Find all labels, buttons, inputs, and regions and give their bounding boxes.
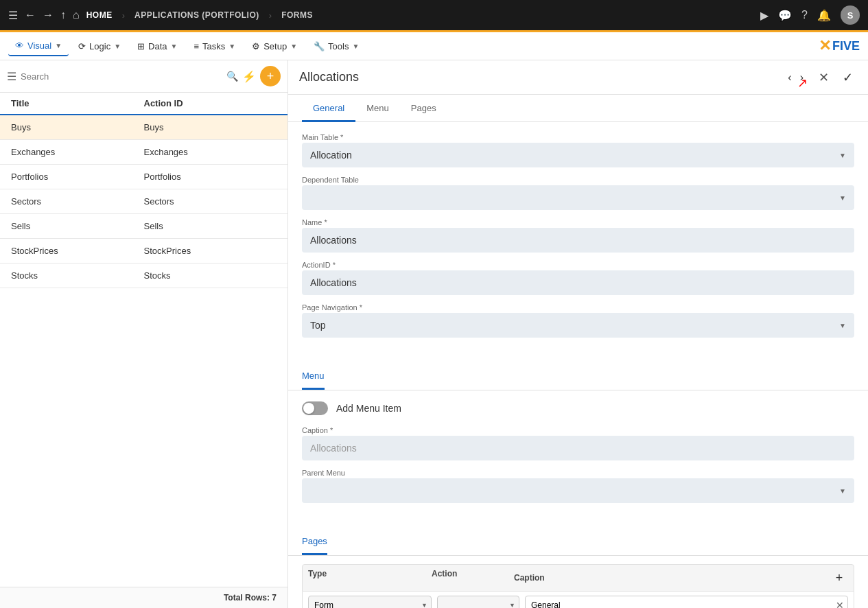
nav-data-label: Data xyxy=(148,41,167,51)
add-menu-toggle[interactable] xyxy=(302,401,328,415)
col-action: Action xyxy=(432,569,514,587)
table-header: Title Action ID xyxy=(0,93,288,115)
action-select[interactable] xyxy=(437,596,519,608)
row-title: Sells xyxy=(11,221,144,231)
chat-icon[interactable]: 💬 xyxy=(778,9,792,22)
bell-icon[interactable]: 🔔 xyxy=(817,9,831,22)
table-row[interactable]: Sectors Sectors xyxy=(0,189,288,214)
top-navbar: ☰ ← → ↑ ⌂ HOME › APPLICATIONS (PORTFOLIO… xyxy=(0,0,868,30)
play-icon[interactable]: ▶ xyxy=(760,9,769,22)
home-label[interactable]: HOME xyxy=(86,10,113,20)
nav-arrows: ‹ › ↗ xyxy=(785,69,806,86)
tasks-caret: ▼ xyxy=(228,43,235,50)
tab-menu[interactable]: Menu xyxy=(355,95,400,122)
dependent-table-select-wrapper xyxy=(302,185,854,210)
general-section: Main Table * Allocation Dependent Table xyxy=(288,122,868,357)
prev-button[interactable]: ‹ xyxy=(785,69,794,86)
parent-menu-label: Parent Menu xyxy=(302,469,854,477)
parent-menu-select-wrapper xyxy=(302,478,854,503)
help-icon[interactable]: ? xyxy=(801,9,808,21)
name-input[interactable] xyxy=(302,228,854,253)
action-id-input[interactable] xyxy=(302,270,854,295)
row-title: Sectors xyxy=(11,196,144,207)
table-footer: Total Rows: 7 xyxy=(0,587,288,608)
caption-clear-icon[interactable]: ✕ xyxy=(836,600,844,608)
dependent-table-field: Dependent Table xyxy=(302,176,854,210)
action-id-field: ActionID * xyxy=(302,261,854,295)
row-title: Stocks xyxy=(11,270,144,281)
nav-item-tasks[interactable]: ≡ Tasks ▼ xyxy=(187,37,242,56)
page-nav-field: Page Navigation * Top Bottom xyxy=(302,303,854,338)
back-icon[interactable]: ← xyxy=(25,9,36,21)
hamburger-icon[interactable]: ☰ xyxy=(8,9,18,22)
main-table-select[interactable]: Allocation xyxy=(302,143,854,167)
search-input[interactable] xyxy=(21,71,222,82)
forms-label[interactable]: FORMS xyxy=(281,10,313,20)
menu-tab-item[interactable]: Menu xyxy=(302,365,325,390)
logic-icon: ⟳ xyxy=(78,41,86,51)
confirm-button[interactable]: ✓ xyxy=(838,67,857,88)
table-row[interactable]: Sells Sells xyxy=(0,214,288,239)
toggle-knob xyxy=(303,403,314,414)
nav-item-tools[interactable]: 🔧 Tools ▼ xyxy=(307,37,366,56)
tab-general[interactable]: General xyxy=(302,95,355,122)
row-title: Buys xyxy=(11,122,144,132)
caption-input-wrapper: ✕ xyxy=(525,596,848,608)
top-nav-right: ▶ 💬 ? 🔔 S xyxy=(760,5,860,25)
nav-tasks-label: Tasks xyxy=(202,41,225,51)
search-icon[interactable]: 🔍 xyxy=(226,71,238,82)
pages-section-tab: Pages xyxy=(288,522,868,556)
col-action-id: Action ID xyxy=(144,98,277,108)
lightning-icon[interactable]: ⚡ xyxy=(242,70,256,83)
nav-item-data[interactable]: ⊞ Data ▼ xyxy=(130,37,184,56)
table-row[interactable]: Buys Buys xyxy=(0,115,288,140)
table-row[interactable]: Stocks Stocks xyxy=(0,264,288,288)
nav-visual-label: Visual xyxy=(27,40,51,51)
caption-field: Caption * xyxy=(302,426,854,460)
row-action-id: Sectors xyxy=(144,196,277,207)
tab-pages[interactable]: Pages xyxy=(400,95,447,122)
setup-icon: ⚙ xyxy=(252,41,260,51)
nav-item-logic[interactable]: ⟳ Logic ▼ xyxy=(71,37,128,56)
home-icon[interactable]: ⌂ xyxy=(73,9,80,21)
app-label[interactable]: APPLICATIONS (PORTFOLIO) xyxy=(134,10,259,20)
row-action-id: Buys xyxy=(144,122,277,132)
left-panel: ☰ 🔍 ⚡ + Title Action ID Buys Buys Exchan… xyxy=(0,60,288,608)
tasks-icon: ≡ xyxy=(193,41,199,51)
caption-input[interactable] xyxy=(302,436,854,460)
pages-tab-item[interactable]: Pages xyxy=(302,530,327,555)
nav-item-visual[interactable]: 👁 Visual ▼ xyxy=(8,36,69,56)
pages-add-button[interactable]: + xyxy=(830,569,848,587)
pages-section: Type Action Caption + Form xyxy=(288,556,868,608)
tools-caret: ▼ xyxy=(352,43,359,50)
row-title: Portfolios xyxy=(11,172,144,182)
sidebar-toggle-icon[interactable]: ☰ xyxy=(7,70,16,83)
forward-icon[interactable]: → xyxy=(43,9,54,21)
avatar[interactable]: S xyxy=(841,5,860,25)
toggle-label: Add Menu Item xyxy=(336,403,401,414)
row-action-id: Portfolios xyxy=(144,172,277,182)
type-select[interactable]: Form xyxy=(308,596,432,608)
five-logo: ✕ FIVE xyxy=(819,37,860,55)
table-row[interactable]: Exchanges Exchanges xyxy=(0,140,288,165)
main-table-select-wrapper: Allocation xyxy=(302,143,854,167)
caption-label: Caption * xyxy=(302,426,854,434)
name-field: Name * xyxy=(302,218,854,253)
parent-menu-select[interactable] xyxy=(302,478,854,503)
table-row[interactable]: StockPrices StockPrices xyxy=(0,239,288,264)
table-row[interactable]: Portfolios Portfolios xyxy=(0,165,288,189)
col-title: Title xyxy=(11,98,144,108)
separator1: › xyxy=(122,10,125,21)
main-layout: ☰ 🔍 ⚡ + Title Action ID Buys Buys Exchan… xyxy=(0,60,868,608)
row-action-id: Stocks xyxy=(144,270,277,281)
search-bar: ☰ 🔍 ⚡ + xyxy=(0,60,288,93)
dependent-table-select[interactable] xyxy=(302,185,854,210)
pages-caption-input[interactable] xyxy=(525,596,848,608)
nav-item-setup[interactable]: ⚙ Setup ▼ xyxy=(245,37,304,56)
add-button[interactable]: + xyxy=(260,66,281,86)
close-button[interactable]: ✕ xyxy=(814,67,833,88)
up-icon[interactable]: ↑ xyxy=(60,9,66,21)
main-table-label: Main Table * xyxy=(302,133,854,141)
panel-header: Allocations ‹ › ↗ ✕ ✓ xyxy=(288,60,868,95)
page-nav-select[interactable]: Top Bottom xyxy=(302,313,854,338)
